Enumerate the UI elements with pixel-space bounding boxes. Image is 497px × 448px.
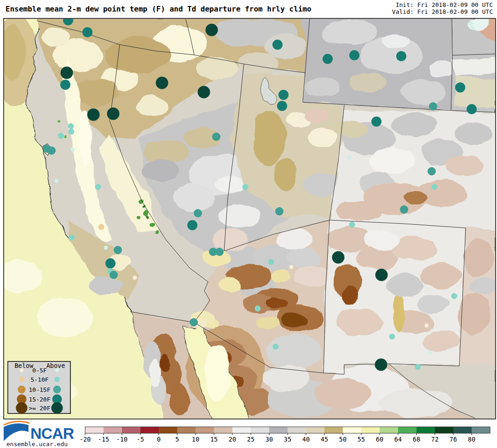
station-marker: [206, 24, 218, 36]
station-marker: [349, 222, 355, 228]
station-marker: [425, 324, 429, 328]
station-marker: [275, 207, 283, 215]
station-marker: [415, 364, 421, 370]
colorbar-tick-label: 10: [192, 436, 199, 443]
colorbar-segment: [104, 427, 122, 433]
station-marker: [376, 269, 388, 281]
station-marker: [95, 184, 101, 190]
colorbar-segment: [398, 427, 416, 433]
colorbar-tick-label: 55: [358, 436, 365, 443]
station-marker: [63, 15, 73, 25]
valid-time-label: Valid: Fri 2018-02-09 00 UTC: [392, 8, 493, 15]
colorbar-segment: [380, 427, 398, 433]
station-marker: [471, 26, 475, 30]
colorbar-segment: [361, 427, 380, 433]
colorbar-tick-label: 50: [339, 436, 347, 443]
legend-above-dot: [52, 402, 63, 414]
legend-row-label: 5-10F: [30, 376, 48, 383]
colorbar-segment: [85, 427, 104, 433]
station-marker: [107, 108, 120, 120]
legend-row-label: 15-20F: [29, 396, 51, 403]
station-marker: [156, 77, 168, 89]
legend-above-dot: [53, 386, 61, 394]
station-marker: [428, 167, 436, 175]
station-marker: [198, 86, 210, 99]
station-marker: [104, 246, 108, 250]
station-marker: [389, 334, 395, 340]
station-marker: [190, 318, 198, 326]
station-marker: [60, 80, 70, 90]
colorbar-segment: [214, 427, 232, 433]
station-marker: [451, 293, 457, 299]
station-marker: [323, 54, 333, 64]
colorbar-tick-label: 64: [394, 436, 402, 443]
colorbar-segment: [122, 427, 140, 433]
station-marker: [133, 276, 137, 280]
dewpoint-colorbar: -20-15-10-505101520253035404550556064687…: [80, 427, 490, 443]
map-canvas: Below Above 0-5F5-10F10-15F15-20F>= 20F: [0, 14, 497, 433]
colorbar-tick-label: -15: [98, 436, 109, 443]
colorbar-tick-label: -20: [80, 436, 91, 443]
station-marker: [194, 209, 202, 217]
colorbar-tick-label: 68: [413, 436, 420, 443]
station-marker: [58, 133, 64, 139]
colorbar-segment: [177, 427, 196, 433]
legend-above-dot: [54, 377, 60, 382]
colorbar-tick-label: 20: [229, 436, 236, 443]
station-marker: [61, 67, 73, 79]
station-marker: [429, 102, 437, 111]
station-marker: [68, 123, 74, 129]
legend-above-dot: [55, 368, 59, 372]
init-time-label: Init: Fri 2018-02-09 00 UTC: [396, 1, 493, 8]
station-marker: [255, 306, 261, 312]
legend-below-dot: [16, 402, 28, 414]
page-title: Ensemble mean 2-m dew point temp (F) and…: [6, 5, 312, 13]
colorbar-tick-label: 80: [468, 436, 475, 443]
station-marker: [98, 224, 104, 230]
colorbar-segment: [196, 427, 214, 433]
station-marker: [467, 104, 477, 114]
colorbar-segment: [324, 427, 343, 433]
colorbar-segment: [159, 427, 177, 433]
departure-legend: Below Above 0-5F5-10F10-15F15-20F>= 20F: [8, 361, 70, 414]
colorbar-tick-label: 40: [302, 436, 310, 443]
colorbar-tick-label: 72: [431, 436, 439, 443]
station-marker: [375, 359, 387, 371]
station-marker: [277, 101, 287, 111]
colorbar-tick-label: 45: [321, 436, 328, 443]
station-marker: [243, 184, 248, 190]
station-marker: [272, 40, 283, 50]
logo-text: NCAR: [30, 425, 74, 442]
colorbar-segment: [453, 427, 472, 433]
weather-map-page: Ensemble mean 2-m dew point temp (F) and…: [0, 0, 497, 448]
colorbar-tick-label: 5: [175, 436, 179, 443]
legend-below-dot: [19, 377, 24, 382]
station-marker: [349, 50, 359, 60]
colorbar-segment: [140, 427, 159, 433]
legend-below-header: Below: [15, 362, 34, 369]
colorbar-segment: [416, 427, 435, 433]
station-marker: [455, 82, 465, 93]
station-marker: [332, 251, 345, 264]
colorbar-tick-label: 15: [210, 436, 218, 443]
colorbar-segment: [288, 427, 306, 433]
station-marker: [278, 90, 289, 100]
station-marker: [114, 246, 122, 254]
colorbar-tick-label: 60: [376, 436, 383, 443]
legend-row-label: 0-5F: [32, 367, 46, 374]
station-marker: [469, 21, 473, 25]
station-marker: [212, 133, 220, 141]
station-marker: [432, 184, 438, 190]
colorbar-tick-label: 25: [247, 436, 254, 443]
colorbar-segment: [251, 427, 269, 433]
station-marker: [428, 351, 433, 355]
legend-row-label: >= 20F: [29, 405, 51, 412]
station-marker: [268, 259, 274, 265]
station-marker: [187, 220, 197, 230]
station-marker: [82, 27, 92, 37]
station-marker: [347, 156, 351, 160]
colorbar-segment: [343, 427, 361, 433]
colorbar-segment: [232, 427, 251, 433]
legend-row-label: 10-15F: [29, 386, 51, 393]
station-marker: [69, 129, 75, 135]
